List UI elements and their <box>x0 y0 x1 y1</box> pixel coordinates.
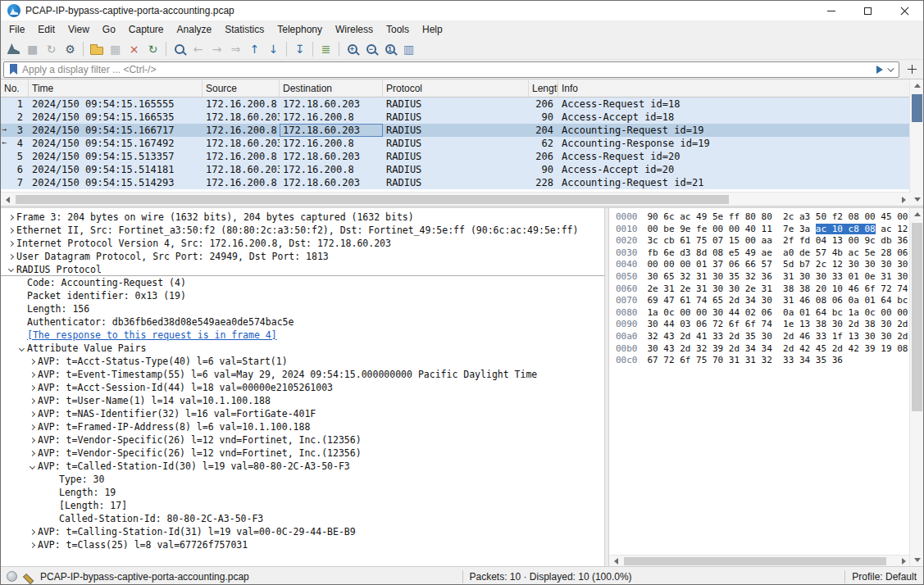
packet-list-vertical-scrollbar[interactable] <box>909 79 923 206</box>
scroll-up-icon[interactable] <box>910 79 924 92</box>
packet-row[interactable]: 72024/150 09:54:15.514293172.16.200.8172… <box>1 176 911 189</box>
menu-file[interactable]: File <box>2 21 31 38</box>
menu-wireless[interactable]: Wireless <box>329 21 380 38</box>
expander-icon[interactable] <box>27 543 38 547</box>
packet-row[interactable]: 3→2024/150 09:54:15.166717172.16.200.817… <box>1 124 911 137</box>
zoom-normal-button[interactable]: 1 <box>380 40 399 58</box>
expander-icon[interactable] <box>27 451 38 456</box>
menu-help[interactable]: Help <box>416 21 449 38</box>
capture-stop-button[interactable]: ■ <box>23 40 42 58</box>
capture-comment-icon[interactable] <box>23 571 34 582</box>
detail-line[interactable]: AVP: t=Acct-Session-Id(44) l=18 val=0000… <box>1 381 604 394</box>
status-profile[interactable]: Profile: Default <box>852 571 917 583</box>
detail-line[interactable]: User Datagram Protocol, Src Port: 24949,… <box>1 250 604 263</box>
menu-statistics[interactable]: Statistics <box>218 21 271 38</box>
column-header-info[interactable]: Info <box>558 79 911 97</box>
expander-icon[interactable] <box>27 399 38 403</box>
scroll-left-icon[interactable] <box>1 193 15 206</box>
menu-capture[interactable]: Capture <box>122 21 171 38</box>
column-header-destination[interactable]: Destination <box>280 79 383 97</box>
menu-edit[interactable]: Edit <box>31 21 61 38</box>
expander-icon[interactable] <box>6 242 16 246</box>
packet-row[interactable]: 12024/150 09:54:15.165555172.16.200.8172… <box>1 98 911 111</box>
hex-row[interactable]: 005030 65 32 31 30 35 32 36 31 30 30 33 … <box>616 271 911 283</box>
expander-icon[interactable] <box>27 360 38 364</box>
go-back-button[interactable]: ← <box>189 40 207 58</box>
auto-scroll-button[interactable]: ↧ <box>290 40 309 58</box>
column-header-source[interactable]: Source <box>203 79 280 97</box>
menu-telephony[interactable]: Telephony <box>271 21 329 38</box>
hex-row[interactable]: 00801a 0c 00 00 30 44 02 06 0a 01 64 bc … <box>616 307 911 320</box>
zoom-out-button[interactable]: − <box>362 40 380 58</box>
expander-icon[interactable] <box>27 373 38 377</box>
response-link-line[interactable]: [The response to this request is in fram… <box>1 329 604 342</box>
detail-line[interactable]: AVP: t=Vendor-Specific(26) l=12 vnd=Fort… <box>1 447 604 460</box>
scrollbar-thumb[interactable] <box>912 94 922 122</box>
minimize-button[interactable] <box>812 1 849 20</box>
maximize-button[interactable] <box>849 1 886 20</box>
packet-row[interactable]: 22024/150 09:54:15.166535172.18.60.20317… <box>1 111 911 124</box>
packet-row[interactable]: 4←2024/150 09:54:15.167492172.18.60.2031… <box>1 137 911 150</box>
file-close-button[interactable]: × <box>125 40 143 58</box>
close-button[interactable] <box>886 1 923 20</box>
hex-row[interactable]: 004000 00 00 01 37 06 66 57 5d b7 2c 12 … <box>616 259 911 271</box>
detail-line[interactable]: Length: 156 <box>1 302 604 315</box>
colorize-packets-button[interactable]: ≣ <box>316 40 335 58</box>
expander-icon[interactable] <box>6 255 16 259</box>
detail-line[interactable]: Frame 3: 204 bytes on wire (1632 bits), … <box>1 211 604 224</box>
expander-icon[interactable] <box>6 215 16 220</box>
menu-analyze[interactable]: Analyze <box>171 21 219 38</box>
find-packet-button[interactable] <box>170 40 189 58</box>
display-filter-input[interactable] <box>20 63 873 76</box>
expander-icon[interactable] <box>16 347 27 351</box>
hex-row[interactable]: 00c067 72 6f 75 70 31 31 32 33 34 35 36 <box>616 355 911 367</box>
detail-line[interactable]: AVP: t=Called-Station-Id(30) l=19 val=80… <box>1 460 604 473</box>
scroll-up-icon[interactable] <box>910 208 924 220</box>
detail-line[interactable]: Authenticator: db36fb6ed38d08e549aea0de5… <box>1 315 604 329</box>
filter-dropdown-icon[interactable] <box>887 65 894 71</box>
scrollbar-thumb[interactable] <box>16 195 729 204</box>
column-header-no[interactable]: No. <box>1 79 29 97</box>
packet-row[interactable]: 62024/150 09:54:15.514181172.18.60.20317… <box>1 163 911 176</box>
detail-line[interactable]: Code: Accounting-Request (4) <box>1 276 604 289</box>
go-first-packet-button[interactable]: ↑ <box>245 40 264 58</box>
detail-line[interactable]: Type: 30 <box>1 473 604 486</box>
expander-icon[interactable] <box>27 438 38 442</box>
expander-icon[interactable] <box>27 386 38 390</box>
detail-line[interactable]: Packet identifier: 0x13 (19) <box>1 289 604 302</box>
resize-columns-button[interactable]: ▥ <box>399 40 418 58</box>
expander-icon[interactable] <box>6 267 16 271</box>
hex-row[interactable]: 00602e 31 2e 31 30 30 2e 31 38 38 20 10 … <box>616 283 911 296</box>
detail-line[interactable]: AVP: t=Acct-Status-Type(40) l=6 val=Star… <box>1 355 604 368</box>
hex-row[interactable]: 007069 47 61 74 65 2d 34 30 31 46 08 06 … <box>616 295 911 307</box>
detail-line[interactable]: Ethernet II, Src: Fortinet_a3:50:f2 (80:… <box>1 224 604 237</box>
hex-row[interactable]: 009030 44 03 06 72 6f 6f 74 1e 13 38 30 … <box>616 319 911 331</box>
detail-line[interactable]: Called-Station-Id: 80-80-2C-A3-50-F3 <box>1 512 604 525</box>
file-save-button[interactable]: ▦ <box>106 40 125 58</box>
packet-list-horizontal-scrollbar[interactable] <box>1 192 911 206</box>
detail-line[interactable]: AVP: t=Calling-Station-Id(31) l=19 val=0… <box>1 525 604 538</box>
file-reload-button[interactable]: ↻ <box>143 40 162 58</box>
menu-go[interactable]: Go <box>96 21 122 38</box>
detail-line[interactable]: Attribute Value Pairs <box>1 342 604 355</box>
zoom-in-button[interactable]: + <box>343 40 362 58</box>
capture-restart-button[interactable]: ↻ <box>42 40 61 58</box>
go-to-packet-button[interactable]: ⇒ <box>226 40 245 58</box>
scrollbar-thumb[interactable] <box>624 557 886 565</box>
column-header-time[interactable]: Time <box>29 79 203 97</box>
hex-row[interactable]: 001000 be 9e fe 00 00 40 11 7e 3a ac 10 … <box>616 224 911 236</box>
hex-row[interactable]: 00b030 43 2d 32 39 2d 34 34 2d 42 45 2d … <box>616 343 911 356</box>
capture-options-button[interactable]: ⚙ <box>61 40 80 58</box>
detail-line[interactable]: AVP: t=NAS-Identifier(32) l=16 val=Forti… <box>1 407 604 420</box>
scroll-down-icon[interactable] <box>910 554 924 566</box>
hex-row[interactable]: 00203c cb 61 75 07 15 00 aa 2f fd 04 13 … <box>616 235 911 247</box>
go-forward-button[interactable]: → <box>207 40 226 58</box>
apply-filter-icon[interactable] <box>876 66 883 74</box>
detail-line[interactable]: [Length: 17] <box>1 499 604 512</box>
capture-start-button[interactable] <box>4 40 23 58</box>
detail-line[interactable]: RADIUS Protocol <box>1 263 604 276</box>
hex-row[interactable]: 000090 6c ac 49 5e ff 80 80 2c a3 50 f2 … <box>616 211 911 224</box>
filter-bookmark-icon[interactable] <box>10 64 17 75</box>
hex-horizontal-scrollbar[interactable] <box>609 555 911 566</box>
scroll-left-icon[interactable] <box>609 556 623 567</box>
